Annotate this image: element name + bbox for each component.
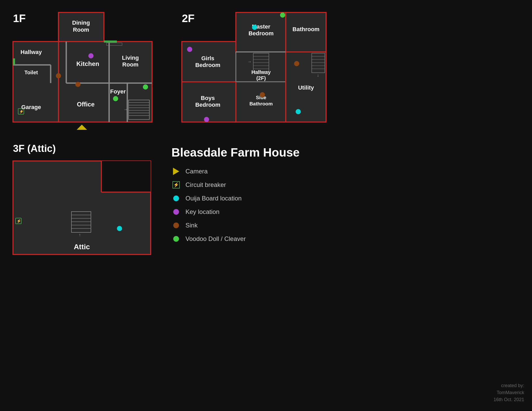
legend-panel: Bleasdale Farm House Camera ⚡ Circuit br… (171, 145, 301, 248)
legend-ouija-label: Ouija Board location (185, 195, 242, 202)
svg-text:Office: Office (77, 101, 95, 108)
svg-text:2F: 2F (182, 12, 195, 24)
svg-text:→: → (248, 59, 252, 64)
floor2-plan: 2F ↓ → Girls Bedroom (177, 8, 332, 130)
svg-point-33 (88, 53, 94, 58)
legend-camera: Camera (171, 167, 301, 176)
svg-point-82 (260, 92, 265, 97)
credit-line2: TomMaverick (497, 390, 524, 395)
svg-text:Hallway: Hallway (21, 49, 42, 55)
legend-key: Key location (171, 207, 301, 217)
svg-text:Living: Living (122, 55, 139, 61)
svg-text:Boys: Boys (201, 95, 215, 101)
svg-rect-45 (286, 12, 326, 53)
legend-voodoo: Voodoo Doll / Cleaver (171, 234, 301, 244)
legend-camera-label: Camera (185, 168, 208, 175)
svg-text:Girls: Girls (201, 55, 214, 62)
svg-rect-20 (13, 58, 15, 65)
sink-icon (171, 221, 181, 230)
svg-text:Hallway: Hallway (251, 69, 271, 75)
svg-text:Attic: Attic (74, 243, 90, 251)
svg-text:3F (Attic): 3F (Attic) (13, 143, 56, 154)
credit-line1: created by: (501, 383, 524, 388)
svg-text:Utility: Utility (298, 84, 314, 91)
circuit-breaker-icon: ⚡ (171, 180, 181, 190)
svg-point-78 (252, 25, 257, 30)
svg-text:Foyer: Foyer (110, 88, 126, 95)
svg-text:↑: ↑ (79, 233, 81, 237)
svg-point-84 (296, 109, 301, 114)
floor1-plan: 1F → ⚡ Hallway Toilet (8, 8, 158, 130)
key-icon (171, 207, 181, 217)
floor3-plan: 3F (Attic) ↑ ⚡ Attic (8, 138, 158, 267)
legend-ouija: Ouija Board location (171, 194, 301, 203)
svg-text:Bathroom: Bathroom (249, 101, 273, 106)
svg-point-79 (280, 12, 285, 18)
svg-text:⚡: ⚡ (17, 219, 21, 223)
svg-point-81 (294, 61, 299, 66)
credit-line3: 16th Oct. 2021 (494, 397, 524, 402)
legend-voodoo-label: Voodoo Doll / Cleaver (185, 235, 246, 242)
legend-sink: Sink (171, 221, 301, 230)
svg-rect-38 (104, 41, 117, 43)
svg-text:Bedroom: Bedroom (195, 102, 221, 108)
svg-text:→: → (123, 107, 128, 112)
svg-point-36 (113, 96, 118, 101)
svg-text:Garage: Garage (21, 104, 41, 110)
svg-rect-3 (58, 42, 152, 122)
svg-point-101 (117, 226, 122, 231)
legend-circuit: ⚡ Circuit breaker (171, 180, 301, 190)
svg-text:Room: Room (73, 26, 89, 33)
floor1-label: 1F (13, 12, 26, 24)
svg-text:Bedroom: Bedroom (249, 30, 274, 37)
svg-point-80 (187, 47, 192, 52)
legend-sink-label: Sink (185, 222, 198, 229)
camera-icon (171, 167, 181, 176)
svg-text:Bedroom: Bedroom (195, 62, 221, 68)
voodoo-icon (171, 234, 181, 244)
legend-title: Bleasdale Farm House (171, 145, 301, 159)
legend-circuit-label: Circuit breaker (185, 181, 226, 188)
svg-text:↓: ↓ (317, 73, 319, 77)
svg-text:Dining: Dining (72, 19, 90, 26)
svg-point-34 (75, 82, 81, 87)
credit-text: created by: TomMaverick 16th Oct. 2021 (494, 382, 524, 403)
svg-text:(2F): (2F) (256, 75, 266, 81)
legend-key-label: Key location (185, 208, 220, 215)
svg-text:Bathroom: Bathroom (292, 26, 320, 32)
svg-point-83 (204, 117, 209, 122)
svg-point-35 (143, 84, 148, 90)
svg-text:Kitchen: Kitchen (76, 60, 99, 67)
ouija-icon (171, 194, 181, 203)
svg-text:Room: Room (122, 61, 138, 68)
svg-rect-88 (101, 161, 151, 192)
svg-text:Toilet: Toilet (24, 70, 38, 75)
svg-point-37 (56, 73, 61, 78)
